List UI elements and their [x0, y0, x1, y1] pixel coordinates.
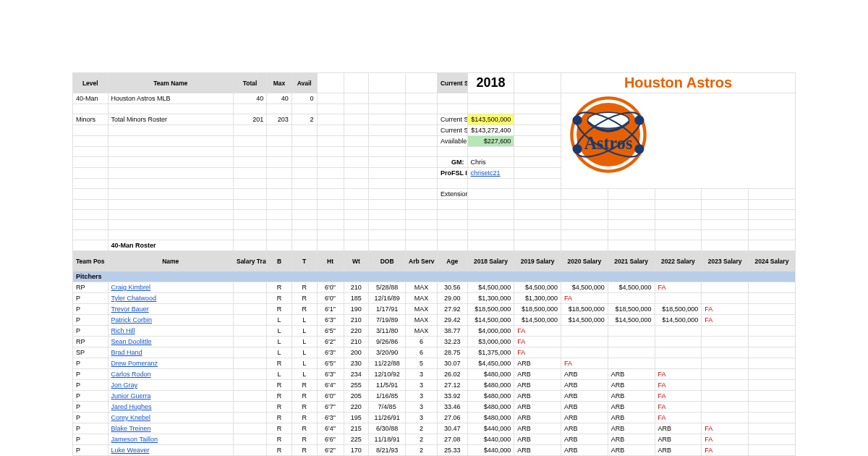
- age: 25.33: [437, 445, 467, 456]
- salary-y3: ARB: [608, 380, 655, 391]
- pos: P: [73, 434, 109, 445]
- player-row[interactable]: PLuke WeaverRR6'2"1708/21/93225.33$440,0…: [73, 445, 796, 456]
- player-name[interactable]: Carlos Rodon: [108, 369, 233, 380]
- salary-y4: [655, 337, 702, 347]
- player-name[interactable]: Craig Kimbrel: [108, 282, 233, 293]
- height: 6'7": [317, 402, 344, 413]
- cap-label: Current Season C: [437, 114, 467, 125]
- player-row[interactable]: PJon GrayRR6'4"25511/5/91327.12$480,000A…: [73, 380, 796, 391]
- salary-y1: ARB: [514, 380, 561, 391]
- player-row[interactable]: SPBrad HandLL6'3"2003/20/90628.75$1,375,…: [73, 347, 796, 358]
- player-name[interactable]: Blake Treinen: [108, 423, 233, 434]
- profsl-id[interactable]: chrisetc21: [467, 168, 514, 179]
- svg-point-10: [634, 144, 644, 153]
- salary-y4: FA: [655, 391, 702, 402]
- col-team-name: Team Name: [108, 73, 233, 93]
- player-row[interactable]: PCorey KnebelRR6'3"19511/26/91327.06$480…: [73, 413, 796, 423]
- salary-y2: ARB: [561, 391, 608, 402]
- player-name[interactable]: Luke Weaver: [108, 445, 233, 456]
- salary-y5: [702, 391, 749, 402]
- player-name[interactable]: Brad Hand: [108, 347, 233, 358]
- pos: P: [73, 402, 109, 413]
- player-name[interactable]: Patrick Corbin: [108, 315, 233, 326]
- dob: 3/20/90: [369, 347, 406, 358]
- height: 6'0": [317, 391, 344, 402]
- player-row[interactable]: PJared HughesRR6'7"2207/4/85333.46$480,0…: [73, 402, 796, 413]
- height: 6'5": [317, 358, 344, 369]
- age: 38.77: [437, 326, 467, 337]
- height: 6'5": [317, 326, 344, 337]
- player-name[interactable]: Trevor Bauer: [108, 304, 233, 315]
- player-row[interactable]: PTrevor BauerRR6'1"1901/17/91MAX27.92$18…: [73, 304, 796, 315]
- player-row[interactable]: PPatrick CorbinLL6'3"2107/19/89MAX29.42$…: [73, 315, 796, 326]
- total-40man: 40: [233, 93, 266, 104]
- pos: P: [73, 358, 109, 369]
- salary-y3: $18,500,000: [608, 304, 655, 315]
- spreadsheet[interactable]: LevelTeam NameTotalMaxAvailCurrent Seaso…: [72, 72, 796, 456]
- player-row[interactable]: RPCraig KimbrelRR6'0"2105/28/88MAX30.56$…: [73, 282, 796, 293]
- salary-y2: $14,500,000: [561, 315, 608, 326]
- weight: 205: [344, 391, 369, 402]
- dob: 11/18/91: [369, 434, 406, 445]
- col-max: Max: [267, 73, 292, 93]
- salary-y3: ARB: [608, 445, 655, 456]
- arb-serv: MAX: [406, 293, 438, 304]
- bats: R: [267, 391, 292, 402]
- player-name[interactable]: Corey Knebel: [108, 413, 233, 423]
- age: 27.06: [437, 413, 467, 423]
- throws: L: [292, 347, 317, 358]
- player-name[interactable]: Jameson Taillon: [108, 434, 233, 445]
- pos: P: [73, 445, 109, 456]
- player-row[interactable]: PJunior GuerraRR6'0"2051/16/85333.92$480…: [73, 391, 796, 402]
- player-name[interactable]: Jared Hughes: [108, 402, 233, 413]
- weight: 220: [344, 402, 369, 413]
- salary-y6: [749, 369, 796, 380]
- gm-label: GM:: [437, 157, 467, 168]
- pos: P: [73, 315, 109, 326]
- player-row[interactable]: RPSean DoolittleLL6'2"2109/26/86632.23$3…: [73, 337, 796, 347]
- salary-y5: FA: [702, 434, 749, 445]
- salary-y0: $480,000: [467, 369, 514, 380]
- roster-col-15: 2023 Salary: [702, 251, 749, 271]
- salary-y6: [749, 391, 796, 402]
- roster-col-10: 2018 Salary: [467, 251, 514, 271]
- salary-y2: FA: [561, 293, 608, 304]
- player-row[interactable]: PTyler ChatwoodRR6'0"18512/16/89MAX29.00…: [73, 293, 796, 304]
- player-name[interactable]: Tyler Chatwood: [108, 293, 233, 304]
- salary-y4: [655, 326, 702, 337]
- player-name[interactable]: Sean Doolittle: [108, 337, 233, 347]
- dob: 11/26/91: [369, 413, 406, 423]
- player-row[interactable]: PDrew PomeranzRL6'5"23011/22/88530.07$4,…: [73, 358, 796, 369]
- salary-y1: ARB: [514, 358, 561, 369]
- player-row[interactable]: PBlake TreinenRR6'4"2156/30/88230.47$440…: [73, 423, 796, 434]
- salary-y1: $14,500,000: [514, 315, 561, 326]
- gm-name: Chris: [467, 157, 514, 168]
- level-minors: Minors: [73, 114, 109, 125]
- season-year: 2018: [467, 73, 514, 93]
- salary-y0: $14,500,000: [467, 315, 514, 326]
- salary-y2: ARB: [561, 413, 608, 423]
- roster-col-1: Name: [108, 251, 233, 271]
- team-40man: Houston Astros MLB: [108, 93, 233, 104]
- weight: 195: [344, 413, 369, 423]
- salary-y2: $18,500,000: [561, 304, 608, 315]
- avail-cap-label: Available: [437, 136, 467, 147]
- height: 6'4": [317, 423, 344, 434]
- salary-y4: FA: [655, 402, 702, 413]
- age: 30.56: [437, 282, 467, 293]
- svg-text:Astros: Astros: [584, 133, 633, 153]
- arb-serv: 3: [406, 402, 438, 413]
- player-row[interactable]: PCarlos RodonLL6'3"23412/10/92326.02$480…: [73, 369, 796, 380]
- player-name[interactable]: Jon Gray: [108, 380, 233, 391]
- salary-y1: $1,300,000: [514, 293, 561, 304]
- player-name[interactable]: Drew Pomeranz: [108, 358, 233, 369]
- pos: RP: [73, 337, 109, 347]
- arb-serv: MAX: [406, 304, 438, 315]
- player-name[interactable]: Rich Hill: [108, 326, 233, 337]
- salary-y2: ARB: [561, 434, 608, 445]
- salary-y0: $440,000: [467, 434, 514, 445]
- player-row[interactable]: PJameson TaillonRR6'6"22511/18/91227.08$…: [73, 434, 796, 445]
- player-row[interactable]: PRich HillLL6'5"2203/11/80MAX38.77$4,000…: [73, 326, 796, 337]
- player-name[interactable]: Junior Guerra: [108, 391, 233, 402]
- weight: 185: [344, 293, 369, 304]
